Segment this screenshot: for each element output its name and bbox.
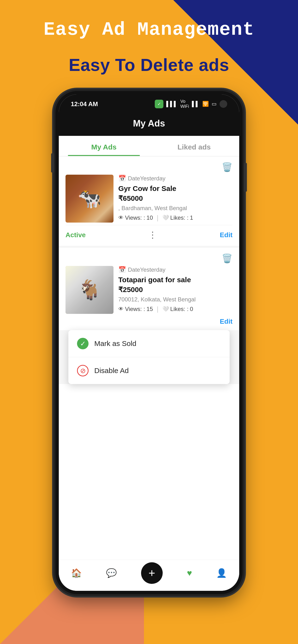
status-time: 12:04 AM: [71, 100, 98, 108]
calendar-icon-2: 📅: [118, 266, 126, 273]
ad-card-1-top-row: 🗑️: [66, 162, 232, 172]
ad-card-1-bottom: Active ⋮ Edit: [66, 225, 232, 240]
wifi-icon: 🛜: [202, 101, 209, 107]
status-bar: 12:04 AM ✓ ▌▌▌ VoWiFi ▌▌ 🛜 ▭: [59, 94, 239, 114]
ad-info-col-1: 📅 DateYesterday Gyr Cow for Sale ₹65000 …: [118, 175, 232, 222]
heart-icon-1: 🤍: [163, 215, 169, 221]
wifi-label: VoWiFi: [181, 99, 189, 109]
views-stat-1: 👁 Views: : 10: [118, 214, 153, 221]
views-count-1: 10: [146, 214, 153, 221]
status-app-icon: ✓: [155, 100, 163, 108]
add-icon: +: [148, 566, 155, 580]
nav-profile[interactable]: 👤: [216, 568, 227, 578]
phone-screen: 12:04 AM ✓ ▌▌▌ VoWiFi ▌▌ 🛜 ▭ My Ads My: [59, 94, 239, 591]
header-title1: Easy Ad Management: [0, 19, 298, 40]
ad-card-2-content: 📅 DateYesterday Totapari goat for sale ₹…: [66, 266, 232, 314]
eye-icon-1: 👁: [118, 215, 123, 221]
ad-card-2-top-row: 🗑️: [66, 254, 232, 264]
tab-liked-ads[interactable]: Liked ads: [149, 136, 239, 156]
nav-messages[interactable]: 💬: [106, 568, 117, 578]
mark-sold-label: Mark as Sold: [94, 340, 136, 348]
eye-icon-2: 👁: [118, 306, 123, 312]
goat-image: [66, 266, 113, 314]
status-active-1: Active: [66, 231, 86, 239]
status-icons: ✓ ▌▌▌ VoWiFi ▌▌ 🛜 ▭: [155, 99, 227, 109]
ad-image-col-1: [66, 175, 113, 222]
ad-list: 🗑️ 📅 DateYesterday: [59, 156, 239, 384]
ad-location-2: 700012, Kolkata, West Bengal: [118, 296, 232, 303]
ad-card-1: 🗑️ 📅 DateYesterday: [59, 156, 239, 246]
likes-stat-2: 🤍 Likes: : 0: [163, 306, 193, 312]
views-stat-2: 👁 Views: : 15: [118, 306, 153, 312]
cow-image: [66, 175, 113, 222]
app-header-title: My Ads: [59, 118, 239, 129]
ad-image-col-2: [66, 266, 113, 314]
ad-price-1: ₹65000: [118, 194, 232, 202]
ad-card-2: 🗑️ 📅 DateYesterday: [59, 248, 239, 314]
bottom-nav: 🏠 💬 + ♥ 👤: [59, 560, 239, 591]
calendar-icon-1: 📅: [118, 175, 126, 182]
disable-ad-label: Disable Ad: [94, 366, 129, 375]
delete-button-1[interactable]: 🗑️: [222, 162, 232, 172]
edit-button-1[interactable]: Edit: [220, 231, 232, 239]
ad-stats-1: 👁 Views: : 10 | 🤍 Likes: : 1: [118, 214, 232, 222]
menu-item-disable-ad[interactable]: ⊘ Disable Ad: [68, 357, 230, 384]
ad-date-1: 📅 DateYesterday: [118, 175, 232, 182]
heart-icon-2: 🤍: [163, 306, 169, 312]
ad-date-2: 📅 DateYesterday: [118, 266, 232, 273]
nav-liked[interactable]: ♥: [187, 568, 192, 578]
delete-button-2[interactable]: 🗑️: [222, 254, 232, 264]
app-header: My Ads: [59, 114, 239, 136]
likes-count-1: 1: [190, 214, 193, 221]
check-icon: ✓: [77, 338, 89, 349]
header-title2: Easy To Delete ads: [0, 55, 298, 75]
battery-icon: ▭: [212, 101, 217, 107]
phone-wrapper: 12:04 AM ✓ ▌▌▌ VoWiFi ▌▌ 🛜 ▭ My Ads My: [55, 91, 243, 594]
ad-location-1: , Bardhaman, West Bengal: [118, 205, 232, 212]
camera-icon: [220, 100, 227, 108]
ad-card-2-bottom: Edit: [59, 314, 239, 330]
messages-icon: 💬: [106, 568, 117, 578]
edit-button-2[interactable]: Edit: [220, 318, 232, 325]
signal-icon: ▌▌▌: [166, 101, 178, 107]
stat-divider-1: |: [157, 214, 158, 222]
stat-divider-2: |: [157, 305, 158, 313]
likes-count-2: 0: [190, 306, 193, 312]
ad-stats-2: 👁 Views: : 15 | 🤍 Likes: : 0: [118, 305, 232, 313]
likes-stat-1: 🤍 Likes: : 1: [163, 214, 193, 221]
liked-icon: ♥: [187, 568, 192, 578]
more-button-1[interactable]: ⋮: [148, 230, 158, 240]
profile-icon: 👤: [216, 568, 227, 578]
nav-home[interactable]: 🏠: [71, 568, 82, 578]
views-count-2: 15: [146, 306, 153, 312]
tab-my-ads[interactable]: My Ads: [59, 136, 149, 156]
phone-frame: 12:04 AM ✓ ▌▌▌ VoWiFi ▌▌ 🛜 ▭ My Ads My: [55, 91, 243, 594]
ad-image-2: [66, 266, 113, 314]
ad-title-1: Gyr Cow for Sale: [118, 184, 232, 192]
nav-add-button[interactable]: +: [141, 562, 163, 584]
ad-price-2: ₹25000: [118, 285, 232, 294]
ad-title-2: Totapari goat for sale: [118, 276, 232, 284]
signal2-icon: ▌▌: [192, 101, 199, 107]
disable-icon: ⊘: [77, 365, 89, 376]
ad-card-1-content: 📅 DateYesterday Gyr Cow for Sale ₹65000 …: [66, 175, 232, 222]
menu-item-mark-sold[interactable]: ✓ Mark as Sold: [68, 330, 230, 357]
context-menu: ✓ Mark as Sold ⊘ Disable Ad: [68, 330, 230, 384]
ad-info-col-2: 📅 DateYesterday Totapari goat for sale ₹…: [118, 266, 232, 314]
home-icon: 🏠: [71, 568, 82, 578]
tabs-container: My Ads Liked ads: [59, 136, 239, 156]
ad-image-1: [66, 175, 113, 222]
